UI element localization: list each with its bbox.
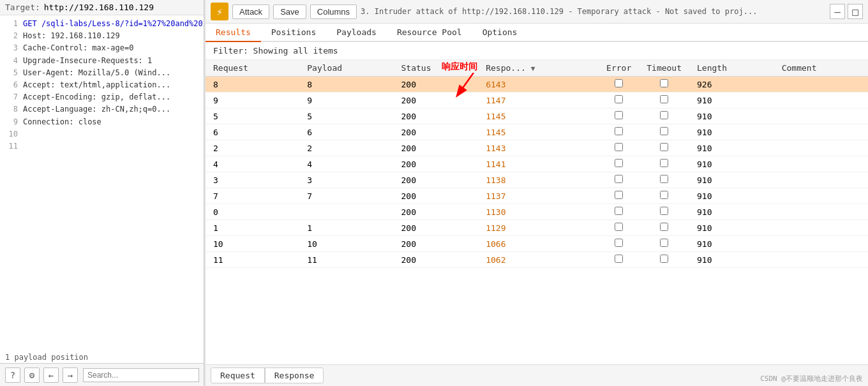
cell-response: 1129 [478, 220, 599, 236]
cell-comment [774, 188, 868, 204]
request-tab[interactable]: Request [211, 367, 265, 383]
columns-button[interactable]: Columns [310, 4, 357, 19]
tab-positions[interactable]: Positions [261, 24, 326, 42]
response-tab[interactable]: Response [265, 367, 324, 383]
sort-icon: ▼ [531, 64, 535, 73]
cell-error[interactable] [599, 220, 639, 236]
table-row[interactable]: 222001143910 [206, 140, 868, 156]
toolbar: ⚡ Attack Save Columns 3. Intruder attack… [206, 0, 868, 24]
table-row[interactable]: 10102001066910 [206, 236, 868, 252]
cell-length: 910 [689, 172, 774, 188]
cell-timeout[interactable] [639, 156, 689, 172]
cell-response: 1143 [478, 140, 599, 156]
cell-error[interactable] [599, 77, 639, 93]
cell-response: 1141 [478, 156, 599, 172]
cell-length: 910 [689, 188, 774, 204]
cell-comment [774, 236, 868, 252]
tab-resource_pool[interactable]: Resource Pool [387, 24, 472, 42]
table-header-row: RequestPayloadStatusRespo... ▼ErrorTimeo… [206, 60, 868, 77]
back-button[interactable]: ← [43, 367, 59, 383]
cell-timeout[interactable] [639, 188, 689, 204]
cell-error[interactable] [599, 236, 639, 252]
tab-payloads[interactable]: Payloads [326, 24, 387, 42]
cell-timeout[interactable] [639, 252, 689, 268]
cell-timeout[interactable] [639, 204, 689, 220]
tab-options[interactable]: Options [472, 24, 528, 42]
cell-error[interactable] [599, 252, 639, 268]
cell-length: 910 [689, 204, 774, 220]
cell-timeout[interactable] [639, 220, 689, 236]
cell-response: 1066 [478, 236, 599, 252]
cell-comment [774, 108, 868, 124]
settings-button[interactable]: ⚙ [24, 367, 40, 383]
cell-response: 1147 [478, 93, 599, 108]
col-header-error: Error [599, 60, 639, 77]
cell-error[interactable] [599, 172, 639, 188]
cell-error[interactable] [599, 124, 639, 140]
results-table: RequestPayloadStatusRespo... ▼ErrorTimeo… [206, 60, 868, 268]
request-line: 1GET /sqli-labs/Less-8/?id=1%27%20and%20… [5, 18, 198, 30]
table-row[interactable]: 02001130910 [206, 204, 868, 220]
table-row[interactable]: 662001145910 [206, 124, 868, 140]
help-button[interactable]: ? [5, 367, 20, 383]
maximize-button[interactable]: □ [848, 4, 863, 19]
minimize-button[interactable]: — [830, 4, 845, 19]
cell-request: 0 [206, 204, 299, 220]
cell-timeout[interactable] [639, 108, 689, 124]
table-row[interactable]: 992001147910 [206, 93, 868, 108]
tab-results[interactable]: Results [206, 24, 261, 42]
col-header-response[interactable]: Respo... ▼ [478, 60, 599, 77]
cell-length: 910 [689, 93, 774, 108]
results-table-wrapper: RequestPayloadStatusRespo... ▼ErrorTimeo… [206, 60, 868, 364]
watermark: CSDN @不要温顺地走进那个良夜 [760, 374, 863, 383]
cell-length: 910 [689, 156, 774, 172]
table-row[interactable]: 112001129910 [206, 220, 868, 236]
table-row[interactable]: 11112001062910 [206, 252, 868, 268]
cell-timeout[interactable] [639, 77, 689, 93]
cell-length: 910 [689, 236, 774, 252]
cell-status: 200 [394, 188, 479, 204]
attack-button[interactable]: Attack [232, 4, 269, 19]
cell-error[interactable] [599, 93, 639, 108]
cell-comment [774, 204, 868, 220]
cell-timeout[interactable] [639, 93, 689, 108]
col-header-request: Request [206, 60, 299, 77]
cell-error[interactable] [599, 108, 639, 124]
cell-timeout[interactable] [639, 236, 689, 252]
search-input[interactable] [83, 368, 199, 382]
cell-status: 200 [394, 124, 479, 140]
table-row[interactable]: 442001141910 [206, 156, 868, 172]
cell-error[interactable] [599, 140, 639, 156]
cell-timeout[interactable] [639, 172, 689, 188]
right-panel: ⚡ Attack Save Columns 3. Intruder attack… [204, 0, 868, 386]
cell-request: 7 [206, 188, 299, 204]
cell-error[interactable] [599, 204, 639, 220]
window-controls: — □ [830, 4, 863, 19]
cell-status: 200 [394, 220, 479, 236]
table-row[interactable]: 882006143926 [206, 77, 868, 93]
intruder-icon: ⚡ [211, 3, 228, 20]
cell-length: 910 [689, 124, 774, 140]
cell-length: 910 [689, 220, 774, 236]
save-button[interactable]: Save [273, 4, 306, 19]
request-line: 10 [5, 128, 198, 140]
table-row[interactable]: 332001138910 [206, 172, 868, 188]
forward-button[interactable]: → [63, 367, 78, 383]
table-row[interactable]: 772001137910 [206, 188, 868, 204]
left-panel: Target: http://192.168.110.129 1GET /sql… [0, 0, 204, 386]
payload-position-label: 1 payload position [0, 352, 204, 363]
cell-payload: 9 [299, 93, 393, 108]
request-line: 5User-Agent: Mozilla/5.0 (Wind... [5, 67, 198, 79]
cell-payload: 1 [299, 220, 393, 236]
cell-request: 1 [206, 220, 299, 236]
cell-timeout[interactable] [639, 140, 689, 156]
cell-payload: 7 [299, 188, 393, 204]
cell-timeout[interactable] [639, 124, 689, 140]
col-header-status: Status [394, 60, 479, 77]
cell-error[interactable] [599, 188, 639, 204]
cell-error[interactable] [599, 156, 639, 172]
cell-length: 910 [689, 108, 774, 124]
cell-response: 1145 [478, 108, 599, 124]
cell-request: 8 [206, 77, 299, 93]
table-row[interactable]: 552001145910 [206, 108, 868, 124]
